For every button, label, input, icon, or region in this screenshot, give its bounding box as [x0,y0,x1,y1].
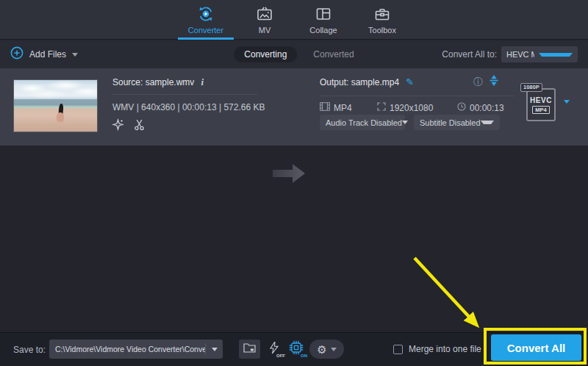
view-tabs: Converting Converted [234,40,354,68]
output-profile-badge[interactable]: HEVC MP4 1080P [525,86,569,123]
audio-track-dropdown[interactable]: Audio Track Disabled [320,115,405,130]
converter-icon [197,5,215,23]
output-duration: 00:00:13 [470,103,504,113]
convert-all-to-label: Convert All to: [442,49,497,60]
merge-into-one-file-option[interactable]: Merge into one file [393,344,481,354]
output-actions: ⓘ [473,75,498,89]
settings-caret-icon [331,348,337,351]
output-format: MP4 [334,103,352,113]
app-window: Converter MV [0,0,588,366]
output-profile-select[interactable]: HEVC M... 1080P [501,46,578,62]
hardware-off-tag: OFF [276,354,285,358]
badge-container: MP4 [532,106,549,114]
tab-toolbox-label: Toolbox [368,26,396,35]
audio-caret-icon [402,121,408,124]
badge-resolution-tag: 1080P [520,83,542,92]
output-profile-value: HEVC M... 1080P [506,50,534,59]
save-to-label: Save to: [13,345,46,355]
header: Converter MV [0,0,588,40]
format-group: MP4 [320,102,352,113]
settings-button[interactable]: ⚙ [309,340,344,359]
edit-effects-icon[interactable] [112,118,124,134]
convert-direction-arrow [273,163,306,187]
tab-converter-label: Converter [188,26,223,35]
tab-toolbox[interactable]: Toolbox [353,0,412,40]
tab-mv[interactable]: MV [235,0,294,40]
merge-checkbox[interactable] [393,345,403,354]
source-title-row: Source: sample.wmv i [112,76,204,88]
output-title-row: Output: sample.mp4 ✎ [320,76,414,87]
audio-track-value: Audio Track Disabled [326,118,402,127]
save-path-caret-zone [205,343,223,355]
tab-collage-label: Collage [309,26,337,35]
merge-label: Merge into one file [409,344,481,354]
toolbox-icon [373,5,391,23]
add-files-caret-icon [72,53,78,57]
clock-icon [457,102,466,113]
gear-icon: ⚙ [317,344,326,355]
subtitle-caret-icon [481,121,494,124]
gpu-on-tag: ON [301,354,307,358]
hardware-accel-off-toggle[interactable]: OFF [265,340,284,359]
source-title: Source: sample.wmv [112,77,194,87]
output-details-row: MP4 1920x1080 00:00:13 [320,102,515,112]
annotation-arrow-icon [403,247,491,338]
main-nav: Converter MV [176,0,412,39]
output-title: Output: sample.mp4 [320,77,399,87]
save-path-value: C:\Vidmore\Vidmore Video Converter\Conve… [49,345,205,354]
tab-converting[interactable]: Converting [234,46,297,62]
expand-collapse-icon[interactable] [490,75,498,89]
resolution-group: 1920x1080 [377,102,433,113]
source-divider [112,94,257,95]
add-files-button[interactable]: Add Files [10,40,78,68]
tab-mv-label: MV [259,26,271,35]
video-thumbnail[interactable] [13,79,98,132]
format-file-icon: HEVC MP4 [526,88,556,121]
profile-caret-icon [539,53,573,57]
output-resolution: 1920x1080 [390,103,433,113]
save-path-caret-icon [212,348,218,351]
mv-icon [256,5,273,23]
duration-group: 00:00:13 [457,102,504,113]
rename-pencil-icon[interactable]: ✎ [406,76,414,87]
add-plus-icon [10,46,24,62]
save-path-select[interactable]: C:\Vidmore\Vidmore Video Converter\Conve… [49,340,223,359]
collage-icon [315,5,332,23]
subtitle-dropdown[interactable]: Subtitle Disabled [414,115,500,130]
tab-collage[interactable]: Collage [294,0,353,40]
badge-caret-icon [564,100,570,104]
open-folder-button[interactable] [239,340,260,359]
gpu-accel-on-toggle[interactable]: ON [287,340,306,359]
resolution-icon [377,102,386,113]
toolbar: Add Files Converting Converted Convert A… [0,40,588,68]
cut-scissors-icon[interactable] [134,119,145,134]
file-list-item: Source: sample.wmv i WMV | 640x360 | 00:… [0,68,588,146]
convert-all-button[interactable]: Convert All [491,334,581,361]
film-icon [320,102,330,113]
source-info-icon[interactable]: i [201,76,204,88]
folder-icon [243,342,256,356]
tab-converter[interactable]: Converter [176,0,235,40]
subtitle-value: Subtitle Disabled [420,118,481,127]
tab-converted[interactable]: Converted [313,49,354,60]
output-info-icon[interactable]: ⓘ [473,77,483,87]
convert-all-to-group: Convert All to: HEVC M... 1080P [442,40,578,68]
source-details: WMV | 640x360 | 00:00:13 | 572.66 KB [112,102,265,112]
source-tools [112,118,145,134]
add-files-label: Add Files [29,49,66,60]
badge-codec: HEVC [530,96,552,104]
output-divider [320,96,514,96]
